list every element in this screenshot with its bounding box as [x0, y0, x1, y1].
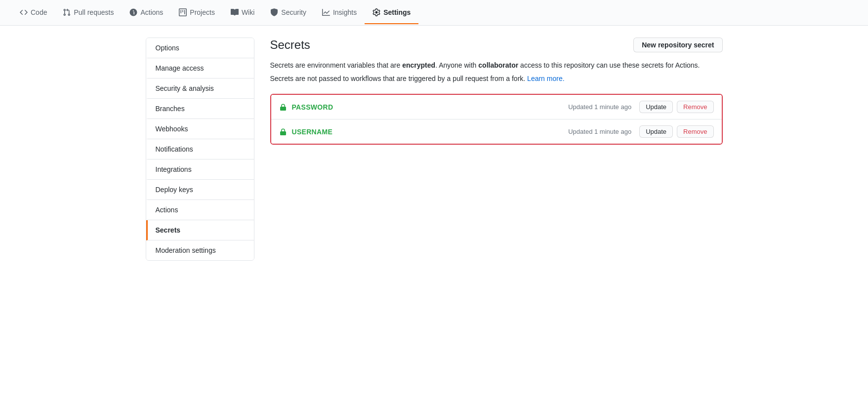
- tab-actions[interactable]: Actions: [122, 1, 171, 24]
- tab-insights-label: Insights: [333, 8, 357, 16]
- top-navigation: Code Pull requests Actions Projects: [0, 0, 868, 26]
- secret-updated-username: Updated 1 minute ago: [568, 128, 631, 135]
- secret-row-password: PASSWORD Updated 1 minute ago Update Rem…: [271, 95, 722, 119]
- remove-username-button[interactable]: Remove: [677, 125, 713, 138]
- sidebar: Options Manage access Security & analysi…: [146, 38, 254, 261]
- sidebar-item-actions-label: Actions: [156, 206, 178, 214]
- sidebar-item-manage-access[interactable]: Manage access: [146, 58, 254, 79]
- sidebar-item-webhooks-label: Webhooks: [156, 125, 188, 133]
- secret-actions-username: Update Remove: [639, 125, 713, 138]
- sidebar-item-manage-access-label: Manage access: [156, 64, 204, 72]
- sidebar-item-security-analysis-label: Security & analysis: [156, 84, 214, 92]
- secrets-header: Secrets New repository secret: [270, 38, 723, 52]
- tab-pull-requests[interactable]: Pull requests: [55, 1, 122, 24]
- sidebar-item-branches-label: Branches: [156, 105, 185, 113]
- update-username-button[interactable]: Update: [639, 125, 673, 138]
- tab-projects-label: Projects: [190, 8, 215, 16]
- desc2-text: Secrets are not passed to workflows that…: [270, 75, 528, 82]
- sidebar-item-options-label: Options: [156, 44, 179, 52]
- secret-updated-password: Updated 1 minute ago: [568, 103, 631, 111]
- actions-icon: [129, 8, 137, 16]
- remove-password-button[interactable]: Remove: [677, 101, 713, 113]
- tab-projects[interactable]: Projects: [171, 1, 223, 24]
- tab-code-label: Code: [31, 8, 47, 16]
- secret-name-username: USERNAME: [292, 128, 569, 136]
- secret-name-password: PASSWORD: [292, 103, 569, 111]
- lock-icon-username: [279, 128, 287, 136]
- sidebar-item-notifications-label: Notifications: [156, 145, 193, 153]
- pr-icon: [63, 8, 71, 16]
- tab-insights[interactable]: Insights: [314, 1, 365, 24]
- sidebar-item-actions[interactable]: Actions: [146, 200, 254, 220]
- main-content: Secrets New repository secret Secrets ar…: [270, 38, 723, 261]
- sidebar-item-deploy-keys-label: Deploy keys: [156, 186, 193, 194]
- desc1-part3: access to this repository can use these …: [518, 61, 700, 69]
- tab-pr-label: Pull requests: [74, 8, 114, 16]
- new-repository-secret-button[interactable]: New repository secret: [633, 38, 722, 52]
- sidebar-item-secrets[interactable]: Secrets: [146, 220, 254, 240]
- secret-actions-password: Update Remove: [639, 101, 713, 113]
- learn-more-link[interactable]: Learn more.: [527, 75, 564, 82]
- page-title: Secrets: [270, 38, 310, 52]
- tab-settings[interactable]: Settings: [365, 1, 418, 24]
- wiki-icon: [231, 8, 239, 16]
- sidebar-item-notifications[interactable]: Notifications: [146, 139, 254, 159]
- secrets-list: PASSWORD Updated 1 minute ago Update Rem…: [270, 94, 723, 145]
- update-password-button[interactable]: Update: [639, 101, 673, 113]
- secrets-description-1: Secrets are environment variables that a…: [270, 60, 723, 71]
- page-layout: Options Manage access Security & analysi…: [138, 26, 731, 273]
- sidebar-item-secrets-label: Secrets: [156, 226, 181, 234]
- security-icon: [270, 8, 278, 16]
- sidebar-item-moderation-settings-label: Moderation settings: [156, 246, 216, 254]
- secret-row-username: USERNAME Updated 1 minute ago Update Rem…: [271, 119, 722, 144]
- tab-code[interactable]: Code: [12, 1, 55, 24]
- sidebar-item-security-analysis[interactable]: Security & analysis: [146, 79, 254, 99]
- sidebar-item-integrations-label: Integrations: [156, 165, 192, 173]
- sidebar-item-integrations[interactable]: Integrations: [146, 159, 254, 180]
- insights-icon: [322, 8, 330, 16]
- sidebar-item-moderation-settings[interactable]: Moderation settings: [146, 240, 254, 260]
- projects-icon: [179, 8, 187, 16]
- tab-wiki-label: Wiki: [242, 8, 254, 16]
- sidebar-item-branches[interactable]: Branches: [146, 99, 254, 119]
- tab-security[interactable]: Security: [262, 1, 314, 24]
- tab-security-label: Security: [281, 8, 306, 16]
- sidebar-item-webhooks[interactable]: Webhooks: [146, 119, 254, 139]
- desc1-part1: Secrets are environment variables that a…: [270, 61, 403, 69]
- sidebar-item-deploy-keys[interactable]: Deploy keys: [146, 180, 254, 200]
- secrets-description-2: Secrets are not passed to workflows that…: [270, 74, 723, 84]
- code-icon: [20, 8, 28, 16]
- settings-icon: [372, 8, 380, 16]
- desc1-bold2: collaborator: [478, 61, 518, 69]
- sidebar-item-options[interactable]: Options: [146, 38, 254, 58]
- lock-icon-password: [279, 103, 287, 111]
- tab-settings-label: Settings: [383, 8, 411, 16]
- desc1-part2: . Anyone with: [435, 61, 478, 69]
- tab-actions-label: Actions: [140, 8, 163, 16]
- desc1-bold1: encrypted: [402, 61, 435, 69]
- tab-wiki[interactable]: Wiki: [223, 1, 262, 24]
